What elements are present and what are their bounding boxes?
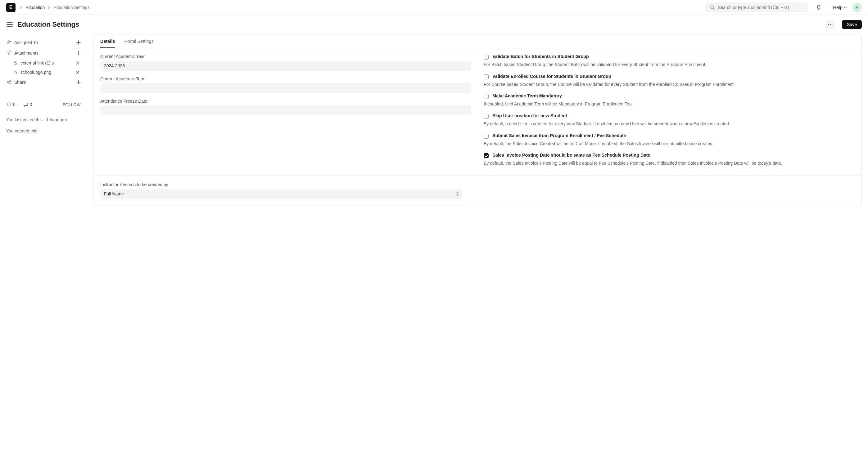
share-icon bbox=[6, 79, 12, 85]
tab-portal-settings[interactable]: Portal Settings bbox=[124, 34, 154, 48]
heart-icon bbox=[6, 102, 12, 107]
search-input[interactable] bbox=[718, 5, 803, 10]
help-menu[interactable]: Help bbox=[833, 5, 847, 10]
form-right-column: Validate Batch for Students in Student G… bbox=[484, 54, 855, 172]
checkbox-label: Skip User creation for new Student bbox=[492, 113, 567, 118]
attachment-remove-button[interactable] bbox=[74, 70, 81, 74]
page-title: Education Settings bbox=[18, 21, 79, 29]
freeze-date-label: Attendance Freeze Date bbox=[100, 99, 471, 104]
follow-button[interactable]: FOLLOW bbox=[63, 102, 81, 107]
checkbox-row: Submit Sales Invoice from Program Enroll… bbox=[484, 133, 855, 139]
form-card: Details Portal Settings Current Academic… bbox=[93, 34, 862, 206]
paperclip-icon bbox=[6, 50, 12, 56]
attachment-link[interactable]: external-link (1).s bbox=[12, 60, 54, 66]
assigned-to-label: Assigned To bbox=[14, 40, 38, 45]
more-menu-button[interactable]: ··· bbox=[826, 20, 835, 29]
svg-line-1 bbox=[713, 8, 715, 10]
help-label: Help bbox=[833, 5, 842, 10]
svg-line-21 bbox=[8, 81, 10, 82]
breadcrumb-current: Education Settings bbox=[53, 5, 90, 10]
academic-term-label: Current Academic Term bbox=[100, 76, 471, 81]
menu-toggle-icon[interactable] bbox=[6, 21, 13, 28]
lock-icon bbox=[12, 69, 18, 75]
checkbox[interactable] bbox=[484, 134, 489, 139]
checkbox-label: Make Academic Term Mandatory bbox=[492, 93, 562, 98]
checkbox[interactable] bbox=[484, 153, 489, 158]
topbar: E Education Education Settings Help A bbox=[0, 0, 868, 15]
chevron-down-icon bbox=[844, 6, 847, 9]
checkbox-row: Make Academic Term Mandatory bbox=[484, 93, 855, 99]
attachment-link[interactable]: schoolLogo.png bbox=[12, 69, 51, 75]
checkbox-label: Submit Sales Invoice from Program Enroll… bbox=[492, 133, 626, 138]
avatar[interactable]: A bbox=[852, 3, 862, 12]
checkbox-label: Sales Invoice Posting Date should be sam… bbox=[492, 153, 650, 158]
page-header: Education Settings ··· Save bbox=[0, 15, 868, 34]
svg-point-19 bbox=[10, 80, 11, 81]
checkbox-row: Validate Batch for Students in Student G… bbox=[484, 54, 855, 60]
edited-meta: You last edited this · 1 hour ago bbox=[6, 112, 81, 128]
breadcrumb: Education Education Settings bbox=[20, 5, 90, 10]
ellipsis-icon: ··· bbox=[828, 22, 833, 27]
lock-icon bbox=[12, 60, 18, 66]
checkbox-description: For Batch based Student Group, the Stude… bbox=[484, 61, 855, 68]
checkbox-row: Skip User creation for new Student bbox=[484, 113, 855, 119]
assign-add-button[interactable] bbox=[76, 40, 81, 45]
search-icon bbox=[710, 5, 715, 10]
checkbox-row: Validate Enrolled Course for Students in… bbox=[484, 74, 855, 79]
user-plus-icon bbox=[6, 40, 12, 45]
attachment-remove-button[interactable] bbox=[74, 61, 81, 65]
instructor-records-label: Instructor Records to be created by bbox=[100, 182, 462, 187]
bell-icon[interactable] bbox=[816, 5, 822, 10]
chevron-right-icon bbox=[20, 6, 22, 9]
academic-year-label: Current Academic Year bbox=[100, 54, 471, 59]
svg-point-20 bbox=[10, 83, 11, 85]
checkbox[interactable] bbox=[484, 114, 489, 119]
freeze-date-input[interactable] bbox=[100, 105, 471, 115]
like-count: 0 bbox=[13, 102, 16, 107]
checkbox-description: By default, the Sales Invoice Created wi… bbox=[484, 140, 855, 147]
tab-list: Details Portal Settings bbox=[93, 34, 862, 48]
attachment-name: external-link (1).s bbox=[21, 61, 54, 65]
attachment-item: schoolLogo.png bbox=[12, 68, 81, 77]
save-button[interactable]: Save bbox=[842, 20, 862, 29]
academic-year-input[interactable] bbox=[100, 61, 471, 71]
dot-separator: · bbox=[19, 102, 20, 107]
checkbox-description: By default, the Sales Invoice's Posting … bbox=[484, 160, 855, 167]
comment-icon bbox=[23, 102, 29, 107]
instructor-records-select[interactable] bbox=[100, 189, 462, 199]
share-add-button[interactable] bbox=[76, 80, 81, 85]
app-logo[interactable]: E bbox=[6, 3, 16, 12]
attachment-add-button[interactable] bbox=[76, 51, 81, 55]
checkbox-description: By default, a new User is created for ev… bbox=[484, 121, 855, 128]
attachment-list: external-link (1).s schoolLogo.png bbox=[6, 58, 81, 77]
created-meta: You created this · bbox=[6, 128, 81, 139]
left-sidebar: Assigned To Attachments bbox=[6, 34, 81, 139]
comment-button[interactable]: 0 bbox=[23, 102, 32, 107]
engagement-row: 0 · 0 FOLLOW bbox=[6, 102, 81, 112]
svg-point-18 bbox=[7, 81, 8, 83]
global-search[interactable] bbox=[705, 2, 808, 12]
assigned-to-row: Assigned To bbox=[6, 37, 81, 48]
form-left-column: Current Academic Year Current Academic T… bbox=[100, 54, 471, 172]
attachments-row: Attachments bbox=[6, 48, 81, 58]
like-button[interactable]: 0 bbox=[6, 102, 16, 107]
attachment-item: external-link (1).s bbox=[12, 58, 81, 68]
checkbox-description: If enabled, field Academic Term will be … bbox=[484, 101, 855, 108]
comment-count: 0 bbox=[30, 102, 32, 107]
checkbox-label: Validate Batch for Students in Student G… bbox=[492, 54, 589, 59]
checkbox-row: Sales Invoice Posting Date should be sam… bbox=[484, 153, 855, 158]
share-row: Share bbox=[6, 77, 81, 88]
academic-term-input[interactable] bbox=[100, 83, 471, 93]
checkbox-label: Validate Enrolled Course for Students in… bbox=[492, 74, 611, 79]
svg-rect-12 bbox=[14, 63, 17, 65]
share-label: Share bbox=[14, 80, 26, 85]
checkbox[interactable] bbox=[484, 94, 489, 99]
tab-details[interactable]: Details bbox=[100, 34, 115, 48]
checkbox[interactable] bbox=[484, 74, 489, 79]
breadcrumb-education[interactable]: Education bbox=[26, 5, 45, 10]
svg-rect-15 bbox=[14, 72, 17, 74]
checkbox[interactable] bbox=[484, 55, 489, 60]
attachment-name: schoolLogo.png bbox=[21, 70, 51, 75]
checkbox-description: For Course based Student Group, the Cour… bbox=[484, 81, 855, 88]
svg-line-22 bbox=[8, 82, 10, 84]
